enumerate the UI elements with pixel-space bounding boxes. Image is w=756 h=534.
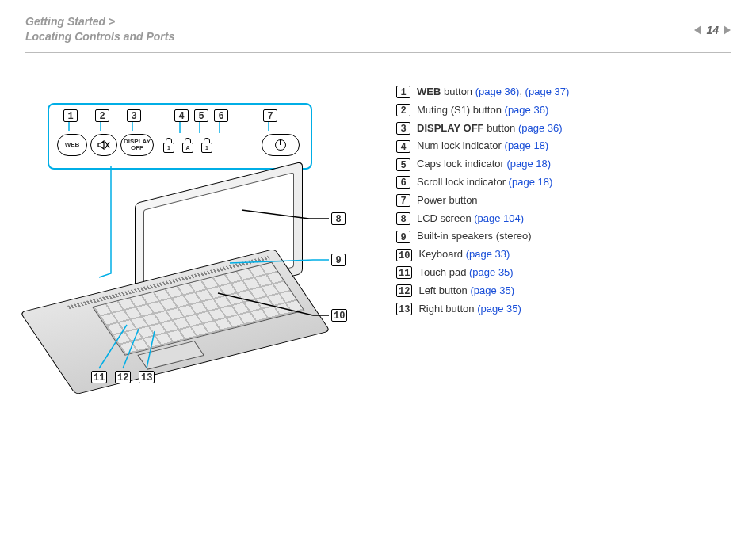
legend-text: Power button [417,193,478,209]
power-button-icon [262,134,300,156]
legend-text: Touch pad (page 35) [418,265,513,281]
callout-9: 9 [331,254,346,266]
next-page-icon[interactable] [724,25,731,35]
legend-row: 5Caps lock indicator (page 18) [396,156,724,173]
legend-list: 1WEB button (page 36), (page 37)2Muting … [396,84,724,318]
legend-row: 4Num lock indicator (page 18) [396,138,724,154]
page-link[interactable]: (page 36) [475,86,520,97]
scroll-lock-icon [201,138,212,152]
legend-body: Left button [418,284,470,296]
page-link[interactable]: (page 104) [474,212,524,224]
legend-body: Caps lock indicator [417,158,506,170]
num-lock-icon [163,138,174,152]
callout-2: 2 [95,109,109,122]
callout-7: 7 [263,109,277,122]
legend-numbox: 9 [396,231,410,243]
legend-body: Num lock indicator [417,139,505,151]
breadcrumb: Getting Started > Locating Controls and … [25,14,731,44]
page-link[interactable]: (page 35) [469,266,514,278]
power-icon [275,139,286,151]
callout-11: 11 [91,371,107,383]
legend-text: Scroll lock indicator (page 18) [417,174,552,191]
legend-text: Right button (page 35) [418,301,521,318]
legend-text: WEB button (page 36), (page 37) [417,84,569,101]
page-nav: 14 [694,24,731,36]
caps-lock-icon [182,138,193,152]
legend-body: Keyboard [418,248,465,260]
header-rule [25,52,731,53]
page-link[interactable]: (page 36) [518,122,563,134]
legend-numbox: 5 [396,158,410,171]
callout-5: 5 [194,109,208,122]
page-link[interactable]: (page 37) [525,86,570,97]
legend-row: 11Touch pad (page 35) [396,265,724,281]
legend-numbox: 2 [396,104,410,116]
legend-body: Touch pad [418,266,469,278]
legend-row: 7Power button [396,193,724,209]
legend-body: Power button [417,194,478,206]
legend-row: 1WEB button (page 36), (page 37) [396,84,724,101]
legend-body: LCD screen [417,212,474,224]
page-link[interactable]: (page 36) [505,104,549,116]
legend-text: Num lock indicator (page 18) [417,138,548,154]
button-panel-blowup: 1 2 3 4 5 6 7 WEB [48,103,312,170]
legend-text: LCD screen (page 104) [417,211,524,227]
page-link[interactable]: (page 18) [509,176,553,188]
callout-3: 3 [127,109,141,122]
callout-6: 6 [214,109,228,122]
callout-4: 4 [174,109,189,122]
legend-body: button [441,86,475,97]
page-header: Getting Started > Locating Controls and … [25,14,731,59]
legend-numbox: 10 [396,249,412,261]
callout-12: 12 [115,371,131,383]
legend-numbox: 7 [396,194,410,207]
diagram-area: 1 2 3 4 5 6 7 WEB [48,87,365,404]
legend-row: 9Built-in speakers (stereo) [396,228,724,245]
page-number: 14 [706,24,719,36]
legend-numbox: 11 [396,266,412,279]
legend-body: Scroll lock indicator [417,176,509,188]
legend-text: Built-in speakers (stereo) [417,228,532,245]
legend-row: 2Muting (S1) button (page 36) [396,102,724,119]
page-link[interactable]: (page 18) [506,158,551,170]
display-off-button-icon: DISPLAY OFF [120,134,154,156]
breadcrumb-line1: Getting Started > [25,15,115,28]
callout-13: 13 [139,371,155,383]
prev-page-icon[interactable] [694,25,701,35]
legend-text: Left button (page 35) [418,283,514,299]
laptop-illustration [48,182,317,372]
callout-10: 10 [331,309,347,322]
legend-row: 10Keyboard (page 33) [396,246,724,263]
legend-body: Muting (S1) button [417,104,505,116]
legend-numbox: 6 [396,176,410,189]
link-separator: , [519,86,525,97]
legend-row: 13Right button (page 35) [396,301,724,318]
legend-numbox: 3 [396,122,410,135]
callout-1: 1 [63,109,78,122]
mute-button-icon [90,134,117,156]
legend-text: Caps lock indicator (page 18) [417,156,551,173]
legend-row: 6Scroll lock indicator (page 18) [396,174,724,191]
legend-text: Muting (S1) button (page 36) [417,102,548,119]
legend-row: 3DISPLAY OFF button (page 36) [396,120,724,137]
legend-body: Right button [418,303,477,315]
legend-numbox: 8 [396,212,410,225]
legend-text: Keyboard (page 33) [418,246,510,263]
callout-8: 8 [331,212,346,225]
legend-row: 8LCD screen (page 104) [396,211,724,227]
breadcrumb-line2: Locating Controls and Ports [25,30,174,43]
legend-numbox: 4 [396,140,410,153]
mute-icon [97,140,110,150]
legend-row: 12Left button (page 35) [396,283,724,299]
legend-bold: DISPLAY OFF [417,122,484,134]
legend-text: DISPLAY OFF button (page 36) [417,120,563,137]
page-link[interactable]: (page 18) [505,139,549,151]
web-button-icon: WEB [57,134,87,156]
page-link[interactable]: (page 33) [466,248,510,260]
page-link[interactable]: (page 35) [477,303,521,315]
legend-bold: WEB [417,86,441,97]
legend-body: Built-in speakers (stereo) [417,230,532,242]
page-link[interactable]: (page 35) [470,284,514,296]
legend-numbox: 12 [396,284,412,297]
legend-body: button [484,122,518,134]
